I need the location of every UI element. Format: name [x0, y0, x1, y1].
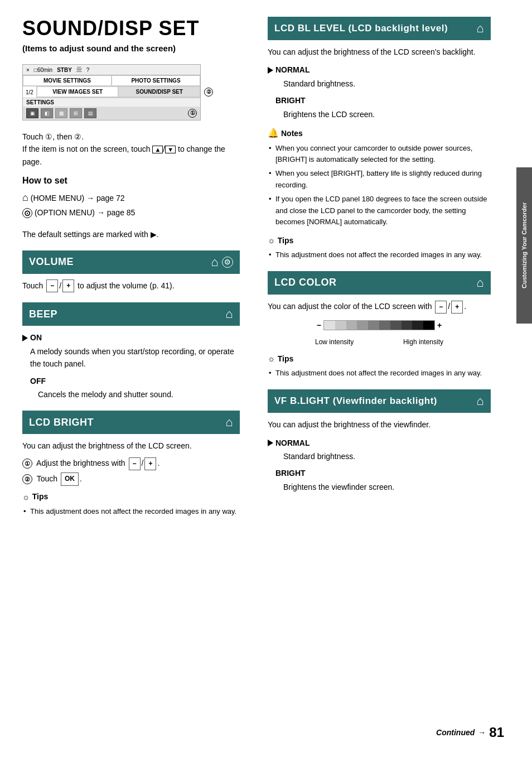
lcd-bl-tip1: This adjustment does not affect the reco…: [268, 249, 491, 261]
beep-on-desc: A melody sounds when you start/stop reco…: [30, 345, 240, 370]
beep-header: BEEP ⌂: [22, 302, 240, 326]
home-menu-ref: ⌂ (HOME MENU) → page 72: [22, 189, 240, 206]
beep-home-icon: ⌂: [225, 307, 233, 321]
color-bar-minus: −: [317, 319, 321, 331]
lcd-bl-level-title: LCD BL LEVEL (LCD backlight level): [274, 22, 448, 35]
tips-title: ☼Tips: [22, 490, 240, 504]
lcd-bl-home-icon: ⌂: [476, 21, 484, 36]
lcd-bright-intro: You can adjust the brightness of the LCD…: [22, 440, 240, 452]
lcd-bright-icons: ⌂: [225, 415, 233, 430]
how-to-set-heading: How to set: [22, 176, 240, 186]
triangle-normal-icon: [268, 67, 273, 74]
touch-line2: If the item is not on the screen, touch …: [22, 143, 240, 168]
side-tab: Customizing Your Camcorder: [516, 167, 532, 324]
lcd-color-header: LCD COLOR ⌂: [268, 271, 491, 295]
lcd-color-home-icon: ⌂: [476, 276, 484, 290]
page-subtitle: (Items to adjust sound and the screen): [22, 44, 240, 53]
home-icon: ⌂: [211, 255, 219, 269]
page-title: SOUND/DISP SET: [22, 17, 240, 40]
option-icon: ⊙: [222, 257, 233, 268]
cam-icon-4[interactable]: ⊞: [70, 108, 82, 118]
volume-header: VOLUME ⌂ ⊙: [22, 250, 240, 274]
volume-desc: Touch −/+ to adjust the volume (p. 41).: [22, 279, 240, 293]
lcd-bl-bright-label: BRIGHT: [275, 94, 491, 107]
vf-normal-desc: Standard brightness.: [283, 450, 491, 462]
default-note: The default settings are marked with ▶.: [22, 229, 240, 240]
triangle-icon: [22, 335, 28, 341]
beep-off-label: OFF: [30, 375, 240, 387]
lcd-bright-step2: ② Touch OK.: [22, 472, 240, 486]
note1: When you connect your camcorder to outsi…: [268, 143, 491, 166]
cam-movie-settings[interactable]: MOVIE SETTINGS: [23, 75, 112, 86]
volume-body: Touch −/+ to adjust the volume (p. 41).: [22, 279, 240, 293]
lcd-bright-tips: ☼Tips This adjustment does not affect th…: [22, 490, 240, 518]
lcd-color-title: LCD COLOR: [274, 277, 337, 288]
color-bar-container: − +: [268, 319, 491, 331]
touch-line1: Touch ①, then ②.: [22, 131, 240, 143]
color-bar-plus: +: [437, 319, 442, 331]
lcd-color-tips-title: ☼Tips: [268, 352, 491, 365]
note2: When you select [BRIGHT], battery life i…: [268, 168, 491, 191]
lcd-bl-level-body: You can adjust the brightness of the LCD…: [268, 46, 491, 261]
triangle-vf-icon: [268, 440, 273, 446]
color-bar-labels: Low intensity High intensity: [315, 337, 443, 348]
camera-ui-mockup: × □60min STBY 亖 ? MOVIE SETTINGS PHOTO S…: [22, 64, 201, 120]
cam-icon-5[interactable]: ▤: [84, 108, 96, 118]
lcd-color-icons: ⌂: [476, 276, 484, 290]
continued-text: Continued: [436, 728, 475, 737]
volume-title: VOLUME: [29, 256, 74, 268]
color-bar: [323, 320, 435, 330]
cam-icon-1[interactable]: ▣: [26, 108, 38, 118]
lcd-bl-level-header: LCD BL LEVEL (LCD backlight level) ⌂: [268, 17, 491, 40]
lcd-bl-normal-label: NORMAL: [268, 64, 491, 76]
beep-on-label: ON: [22, 331, 240, 344]
volume-icons: ⌂ ⊙: [211, 255, 233, 269]
vf-blight-header: VF B.LIGHT (Viewfinder backlight) ⌂: [268, 389, 491, 413]
lcd-bl-level-icons: ⌂: [476, 21, 484, 36]
vf-blight-icons: ⌂: [476, 394, 484, 408]
lcd-color-body: You can adjust the color of the LCD scre…: [268, 300, 491, 379]
vf-blight-body: You can adjust the brightness of the vie…: [268, 418, 491, 493]
vf-bright-desc: Brightens the viewfinder screen.: [283, 481, 491, 493]
lcd-bright-tip1: This adjustment does not affect the reco…: [22, 506, 240, 518]
notes-heading: 🔔Notes: [268, 126, 491, 141]
lcd-bl-normal-desc: Standard brightness.: [283, 78, 491, 90]
lcd-bright-header: LCD BRIGHT ⌂: [22, 411, 240, 434]
vf-bright-label: BRIGHT: [275, 467, 491, 479]
beep-icons: ⌂: [225, 307, 233, 321]
low-intensity-label: Low intensity: [315, 337, 354, 348]
lcd-color-intro: You can adjust the color of the LCD scre…: [268, 300, 491, 314]
note3: If you open the LCD panel 180 degrees to…: [268, 194, 491, 228]
touch-instructions: Touch ①, then ②. If the item is not on t…: [22, 131, 240, 168]
lcd-bl-tips-title: ☼Tips: [268, 234, 491, 247]
footer-arrow: →: [478, 728, 486, 737]
lcd-bright-home-icon: ⌂: [225, 415, 233, 430]
lcd-bl-notes: 🔔Notes When you connect your camcorder t…: [268, 126, 491, 228]
page-footer: Continued → 81: [436, 725, 504, 740]
cam-view-images[interactable]: VIEW IMAGES SET: [37, 86, 119, 97]
lcd-bright-title: LCD BRIGHT: [29, 417, 94, 428]
beep-off-desc: Cancels the melody and shutter sound.: [38, 388, 240, 401]
lcd-bl-bright-desc: Brightens the LCD screen.: [283, 108, 491, 120]
high-intensity-label: High intensity: [403, 337, 443, 348]
lcd-bright-step1: ① Adjust the brightness with −/+.: [22, 457, 240, 470]
vf-blight-home-icon: ⌂: [476, 394, 484, 408]
option-menu-ref: ⊙ (OPTION MENU) → page 85: [22, 206, 240, 220]
cam-icon-3[interactable]: ▦: [55, 108, 67, 118]
vf-blight-title: VF B.LIGHT (Viewfinder backlight): [274, 395, 437, 407]
vf-blight-intro: You can adjust the brightness of the vie…: [268, 418, 491, 431]
lcd-bright-body: You can adjust the brightness of the LCD…: [22, 440, 240, 517]
page-number: 81: [489, 725, 504, 740]
lcd-color-tips: ☼Tips This adjustment does not affect th…: [268, 352, 491, 379]
vf-normal-label: NORMAL: [268, 437, 491, 449]
cam-sound-disp[interactable]: SOUND/DISP SET ②: [118, 86, 200, 97]
beep-title: BEEP: [29, 308, 57, 320]
lcd-color-tip1: This adjustment does not affect the reco…: [268, 368, 491, 379]
beep-body: ON A melody sounds when you start/stop r…: [22, 331, 240, 401]
how-to-set-section: How to set ⌂ (HOME MENU) → page 72 ⊙ (OP…: [22, 176, 240, 219]
lcd-bl-intro: You can adjust the brightness of the LCD…: [268, 46, 491, 58]
cam-photo-settings[interactable]: PHOTO SETTINGS: [112, 75, 200, 86]
lcd-bl-tips: ☼Tips This adjustment does not affect th…: [268, 234, 491, 261]
cam-icon-2[interactable]: ◧: [41, 108, 53, 118]
